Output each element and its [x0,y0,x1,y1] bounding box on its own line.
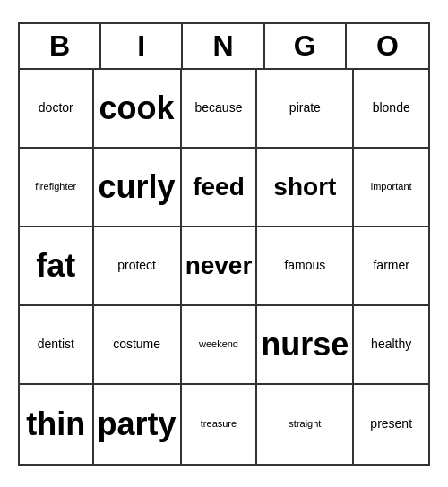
cell-text: short [273,172,336,202]
bingo-cell: healthy [354,306,428,385]
bingo-header: BINGO [20,24,428,70]
header-letter: N [183,24,264,68]
bingo-cell: protect [94,227,182,306]
bingo-cell: nurse [257,306,354,385]
cell-text: cook [99,89,175,127]
cell-text: present [370,416,412,431]
bingo-cell: weekend [182,306,258,385]
cell-text: because [195,100,243,115]
bingo-cell: short [257,149,354,227]
cell-text: blonde [373,100,410,115]
cell-text: pirate [289,100,321,115]
bingo-cell: feed [182,149,258,227]
bingo-cell: famous [257,227,354,306]
cell-text: dentist [38,337,74,352]
cell-text: famous [284,258,325,273]
cell-text: never [185,251,253,281]
cell-text: party [98,405,177,443]
bingo-cell: dentist [20,306,94,385]
cell-text: costume [113,337,160,352]
bingo-cell: costume [94,306,182,385]
bingo-cell: treasure [182,385,258,464]
bingo-cell: present [354,385,428,464]
cell-text: feed [193,172,245,202]
bingo-cell: firefighter [20,149,94,227]
cell-text: firefighter [35,181,76,192]
cell-text: curly [99,167,176,206]
bingo-cell: important [354,149,428,227]
cell-text: fat [36,246,75,285]
cell-text: healthy [371,337,411,352]
bingo-cell: thin [20,385,94,464]
bingo-cell: never [182,227,258,306]
cell-text: protect [117,258,156,273]
bingo-card: BINGO doctorcookbecausepirateblondefiref… [18,22,430,466]
cell-text: doctor [39,100,73,115]
bingo-cell: because [182,70,258,149]
header-letter: O [347,24,428,68]
bingo-cell: straight [257,385,354,464]
bingo-cell: doctor [20,70,94,149]
cell-text: treasure [201,418,237,430]
bingo-grid: doctorcookbecausepirateblondefirefighter… [20,70,428,464]
header-letter: B [20,24,101,68]
cell-text: important [371,181,412,192]
header-letter: I [101,24,183,68]
bingo-cell: party [94,385,182,464]
cell-text: straight [289,418,321,430]
cell-text: nurse [261,325,349,363]
bingo-cell: blonde [354,70,428,149]
bingo-cell: pirate [257,70,354,149]
bingo-cell: farmer [354,227,428,306]
bingo-cell: curly [94,149,182,227]
cell-text: farmer [373,258,409,273]
cell-text: weekend [199,338,238,350]
header-letter: G [265,24,347,68]
bingo-cell: fat [20,227,94,306]
bingo-cell: cook [94,70,182,149]
cell-text: thin [26,405,85,443]
